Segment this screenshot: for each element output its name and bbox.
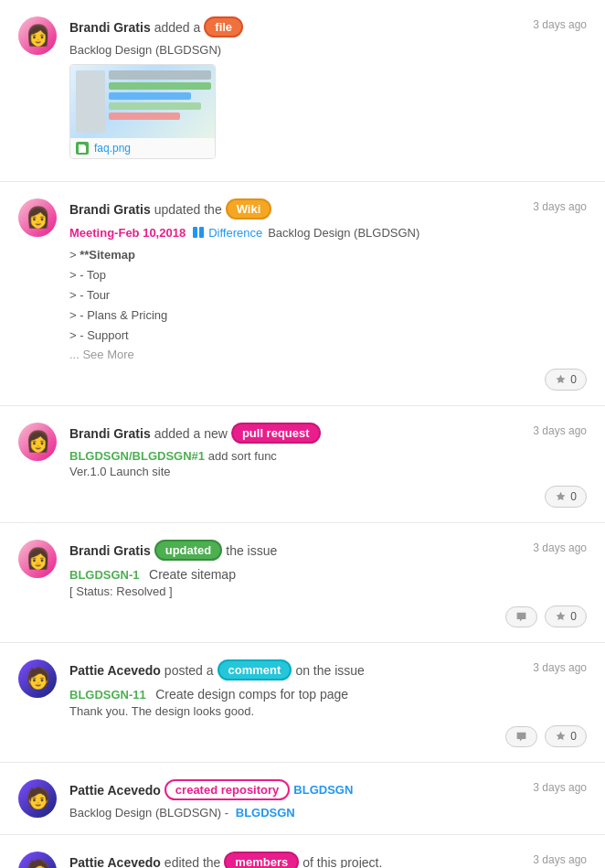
item-content: Brandi Gratis added a file Backlog Desig… — [69, 16, 587, 166]
star-count: 0 — [570, 373, 577, 386]
header-line: Brandi Gratis updated the issue — [69, 540, 587, 561]
list-item: > - Plans & Pricing — [69, 305, 587, 326]
header-line: Brandi Gratis added a new pull request — [69, 423, 587, 444]
action-prefix: updated the — [154, 202, 222, 217]
timestamp: 3 days ago — [533, 853, 587, 866]
item-content: Brandi Gratis updated the issue BLGDSGN-… — [69, 540, 587, 627]
badge-created-repository[interactable]: created repository — [165, 779, 290, 800]
timestamp: 3 days ago — [533, 781, 587, 794]
activity-item-5: 🧑 Pattie Acevedo posted a comment on the… — [0, 643, 605, 763]
list-item: > - Tour — [69, 285, 587, 305]
timestamp: 3 days ago — [533, 18, 587, 31]
badge-wiki[interactable]: Wiki — [226, 198, 272, 220]
action-prefix: added a — [154, 20, 201, 35]
comment-button[interactable] — [505, 726, 537, 747]
issue-status: [ Status: Resolved ] — [69, 584, 587, 598]
comment-text: Thank you. The design looks good. — [69, 704, 587, 718]
star-button[interactable]: 0 — [545, 605, 587, 627]
actions-row: 0 — [69, 605, 587, 627]
star-count: 0 — [570, 610, 577, 623]
activity-item-3: 👩 Brandi Gratis added a new pull request… — [0, 406, 605, 523]
project-text: Backlog Design (BLGDSGN) - — [69, 806, 228, 820]
action-prefix: added a new — [154, 426, 228, 441]
wiki-list: > **Sitemap > - Top > - Tour > - Plans &… — [69, 245, 587, 346]
username: Pattie Acevedo — [69, 783, 161, 798]
username: Brandi Gratis — [69, 426, 151, 441]
item-content: Pattie Acevedo edited the members of thi… — [69, 852, 587, 868]
file-type-icon — [76, 142, 89, 155]
actions-row: 0 — [69, 486, 587, 508]
activity-item-6: 🧑 Pattie Acevedo created repository BLGD… — [0, 763, 605, 835]
action-suffix: on the issue — [295, 663, 365, 678]
header-line: Pattie Acevedo posted a comment on the i… — [69, 659, 587, 680]
avatar: 🧑 — [18, 852, 57, 868]
wiki-date[interactable]: Meeting-Feb 10,2018 — [69, 226, 186, 240]
star-count: 0 — [570, 490, 577, 503]
username: Brandi Gratis — [69, 202, 151, 217]
timestamp: 3 days ago — [533, 541, 587, 554]
issue-link[interactable]: BLGDSGN-1 — [69, 568, 140, 582]
item-content: Pattie Acevedo created repository BLGDSG… — [69, 779, 587, 820]
badge-comment[interactable]: comment — [218, 659, 292, 680]
activity-item-2: 👩 Brandi Gratis updated the Wiki Meeting… — [0, 182, 605, 406]
avatar: 👩 — [18, 16, 57, 55]
repo-link-header[interactable]: BLGDSGN — [293, 783, 353, 797]
action-prefix: posted a — [165, 663, 214, 678]
username: Brandi Gratis — [69, 20, 151, 35]
project-name: Backlog Design (BLGDSGN) — [69, 43, 587, 57]
username: Brandi Gratis — [69, 543, 151, 558]
svg-rect-0 — [193, 227, 197, 238]
star-button[interactable]: 0 — [545, 725, 587, 747]
item-content: Brandi Gratis added a new pull request B… — [69, 423, 587, 508]
avatar: 👩 — [18, 540, 57, 578]
actions-row: 0 — [69, 725, 587, 747]
issue-info: BLGDSGN-1 Create sitemap — [69, 566, 587, 583]
see-more-link[interactable]: ... See More — [69, 348, 587, 361]
actions-row: 0 — [69, 369, 587, 391]
list-item: > - Top — [69, 265, 587, 285]
username: Pattie Acevedo — [69, 663, 161, 678]
badge-updated[interactable]: updated — [154, 540, 223, 561]
header-line: Brandi Gratis updated the Wiki — [69, 198, 587, 220]
badge-members[interactable]: members — [224, 852, 299, 868]
file-name-row: faq.png — [70, 138, 215, 158]
pr-link[interactable]: BLGDSGN/BLGDSGN#1 add sort func — [69, 449, 587, 463]
wiki-meta: Meeting-Feb 10,2018 Difference Backlog D… — [69, 225, 587, 240]
action-suffix: the issue — [226, 543, 277, 558]
star-button[interactable]: 0 — [545, 486, 587, 508]
avatar: 🧑 — [18, 779, 57, 818]
header-line: Pattie Acevedo created repository BLGDSG… — [69, 779, 587, 800]
wiki-content: Meeting-Feb 10,2018 Difference Backlog D… — [69, 225, 587, 361]
comment-button[interactable] — [505, 606, 537, 627]
pr-description: Ver.1.0 Launch site — [69, 465, 587, 478]
diff-link[interactable]: Difference — [191, 225, 262, 240]
star-count: 0 — [570, 730, 577, 743]
badge-file[interactable]: file — [204, 16, 243, 38]
activity-item-4: 👩 Brandi Gratis updated the issue BLGDSG… — [0, 523, 605, 643]
issue-link[interactable]: BLGDSGN-11 — [69, 688, 146, 702]
list-item: > **Sitemap — [69, 245, 587, 265]
timestamp: 3 days ago — [533, 424, 587, 437]
badge-pull-request[interactable]: pull request — [231, 423, 321, 444]
star-button[interactable]: 0 — [545, 369, 587, 391]
diff-label: Difference — [208, 226, 262, 240]
issue-info: BLGDSGN-11 Create design comps for top p… — [69, 686, 587, 702]
wiki-project: Backlog Design (BLGDSGN) — [268, 226, 419, 240]
timestamp: 3 days ago — [533, 661, 587, 674]
item-content: Pattie Acevedo posted a comment on the i… — [69, 659, 587, 747]
file-preview-image — [70, 65, 216, 138]
avatar: 👩 — [18, 423, 57, 461]
action-suffix: of this project. — [302, 855, 382, 868]
activity-item-7: 🧑 Pattie Acevedo edited the members of t… — [0, 835, 605, 868]
username: Pattie Acevedo — [69, 855, 161, 868]
activity-item-1: 👩 Brandi Gratis added a file Backlog Des… — [0, 0, 605, 182]
file-name[interactable]: faq.png — [94, 142, 131, 155]
repo-link[interactable]: BLGDSGN — [236, 806, 295, 820]
item-content: Brandi Gratis updated the Wiki Meeting-F… — [69, 198, 587, 391]
avatar: 👩 — [18, 198, 57, 237]
avatar: 🧑 — [18, 659, 57, 698]
list-item: > - Support — [69, 326, 587, 346]
issue-title: Create sitemap — [149, 567, 236, 582]
file-preview: faq.png — [69, 64, 216, 159]
action-prefix: edited the — [165, 855, 221, 868]
